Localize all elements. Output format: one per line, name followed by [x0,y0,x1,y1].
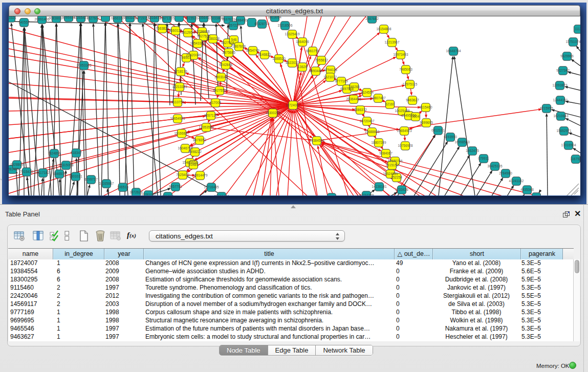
svg-text:9115460: 9115460 [419,105,432,109]
svg-text:1864096: 1864096 [296,40,309,43]
svg-text:1615152: 1615152 [385,163,399,167]
svg-text:326773: 326773 [162,194,173,196]
svg-text:7515526: 7515526 [185,16,198,20]
svg-text:7015430: 7015430 [20,170,33,173]
svg-text:6794028: 6794028 [324,68,337,72]
svg-text:41241182: 41241182 [509,179,524,183]
svg-text:10654925: 10654925 [170,117,185,120]
svg-text:12093873: 12093873 [552,83,568,87]
svg-text:546: 546 [231,38,237,41]
svg-text:8878352: 8878352 [193,138,206,142]
svg-text:7386372: 7386372 [354,108,367,112]
svg-text:116753: 116753 [570,157,580,161]
svg-text:12213383: 12213383 [172,85,187,89]
svg-text:10807487: 10807487 [371,96,386,100]
svg-text:8346578: 8346578 [53,172,66,176]
svg-text:6193990: 6193990 [444,135,457,139]
svg-text:6466160: 6466160 [111,16,124,20]
svg-text:3462475: 3462475 [466,149,479,152]
svg-text:20364456: 20364456 [346,97,361,101]
svg-text:13626: 13626 [298,65,308,69]
svg-text:7485063: 7485063 [399,68,412,71]
svg-text:12975115: 12975115 [403,82,418,86]
svg-text:9146821: 9146821 [258,53,271,56]
svg-text:16154808: 16154808 [376,27,391,31]
svg-text:1610755: 1610755 [171,100,184,104]
svg-text:9604: 9604 [412,115,420,118]
svg-text:2784980: 2784980 [499,171,512,175]
svg-text:62160: 62160 [385,102,395,106]
svg-text:15720407: 15720407 [359,119,375,123]
svg-text:31781080: 31781080 [141,193,156,196]
svg-text:1112: 1112 [575,27,580,31]
svg-text:2528809: 2528809 [10,163,24,166]
svg-text:2718176: 2718176 [174,70,187,73]
svg-text:10756928: 10756928 [398,144,413,147]
svg-text:31165667: 31165667 [99,182,114,185]
svg-text:10543382: 10543382 [190,41,205,45]
svg-text:9699695: 9699695 [420,121,433,124]
svg-text:13226058: 13226058 [194,30,210,33]
svg-text:20053346: 20053346 [76,63,92,67]
svg-text:6961758: 6961758 [306,49,319,53]
svg-text:20691406: 20691406 [34,17,50,21]
svg-text:7357224: 7357224 [227,24,240,27]
svg-text:8813054: 8813054 [268,16,281,19]
svg-text:12213967: 12213967 [384,40,400,44]
svg-text:19654923: 19654923 [397,129,412,133]
svg-text:8322037: 8322037 [286,61,299,64]
svg-text:9329966: 9329966 [560,54,574,58]
svg-text:7663822: 7663822 [156,27,169,30]
svg-text:1733426: 1733426 [395,188,408,191]
svg-text:252254: 252254 [391,176,402,179]
svg-text:05009788: 05009788 [324,195,339,196]
svg-text:8299737: 8299737 [84,178,98,181]
svg-text:14136141: 14136141 [372,185,387,188]
svg-text:9084067: 9084067 [379,151,393,155]
svg-text:9301031: 9301031 [69,174,82,178]
svg-text:1527602: 1527602 [86,16,100,20]
svg-text:9117182: 9117182 [36,171,49,174]
svg-text:18724007: 18724007 [285,103,300,107]
svg-text:9463627: 9463627 [406,98,419,102]
svg-text:19166827: 19166827 [174,132,189,135]
svg-text:2388496: 2388496 [234,18,247,22]
svg-text:19384554: 19384554 [309,139,324,142]
svg-text:16648784: 16648784 [446,49,461,53]
svg-text:18300295: 18300295 [265,111,280,115]
svg-text:3624554: 3624554 [360,91,374,94]
svg-text:98901: 98901 [182,56,191,59]
svg-text:38425135: 38425135 [487,164,503,168]
svg-text:4935348: 4935348 [520,188,534,191]
svg-text:3875685: 3875685 [222,51,235,54]
svg-text:8281489: 8281489 [9,167,19,171]
svg-text:16046756: 16046756 [178,146,193,150]
svg-text:93489: 93489 [189,163,199,166]
svg-text:7955812: 7955812 [315,58,328,62]
svg-text:1621072: 1621072 [323,75,337,79]
svg-text:87234309: 87234309 [359,193,374,196]
svg-text:13325419: 13325419 [285,32,300,36]
svg-text:2867608: 2867608 [232,45,246,48]
svg-text:15716485: 15716485 [204,185,219,189]
svg-text:9457791: 9457791 [169,185,182,188]
svg-text:10120746: 10120746 [387,159,403,163]
svg-text:13315098: 13315098 [58,163,74,167]
svg-text:9537672: 9537672 [222,17,235,21]
svg-text:8427552: 8427552 [213,89,226,92]
svg-text:8660124: 8660124 [169,29,182,32]
svg-text:9777169: 9777169 [335,79,348,83]
svg-text:7625402: 7625402 [176,173,189,177]
svg-text:40164005: 40164005 [529,195,544,196]
svg-text:8267130: 8267130 [204,114,217,117]
svg-text:7824896: 7824896 [48,151,61,155]
svg-text:19218506: 19218506 [277,24,293,27]
svg-text:2803144: 2803144 [214,75,228,79]
svg-text:043321: 043321 [9,16,16,19]
svg-text:079911: 079911 [478,157,489,160]
svg-text:305641: 305641 [198,16,209,19]
svg-text:417004: 417004 [210,101,221,104]
svg-text:8215955: 8215955 [540,106,553,110]
svg-text:10025438: 10025438 [395,109,410,113]
svg-text:3912954: 3912954 [181,31,194,34]
